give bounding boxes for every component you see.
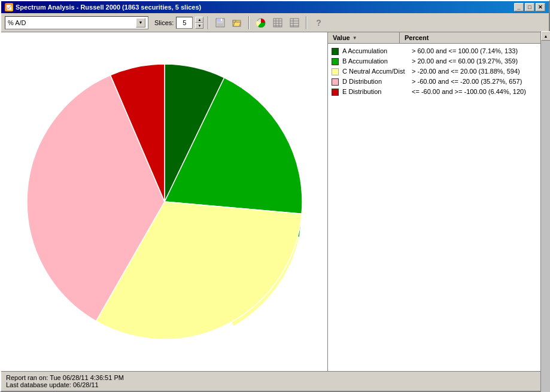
color-swatch-c [332,68,339,75]
value-col-label: Value [333,34,350,41]
list-item: B Accumulation > 20.00 and <= 60.00 (19.… [328,56,549,66]
open-button[interactable] [230,16,244,30]
scroll-track[interactable] [541,41,549,371]
legend-value-e: <= -60.00 and >= -100.00 (6.44%, 120) [412,88,545,95]
separator-3 [306,16,307,29]
list-item: C Neutral Accum/Dist > -20.00 and <= 20.… [328,66,549,77]
sort-arrow-icon: ▼ [353,35,357,41]
svg-rect-2 [217,23,223,26]
svg-marker-6 [233,22,241,26]
legend-header: Value ▼ Percent [328,32,549,44]
right-panel: Value ▼ Percent A Accumulation > 60.00 a… [327,32,549,371]
title-bar: 📈 Spectrum Analysis - Russell 2000 (1863… [1,1,549,13]
list-item: E Distribution <= -60.00 and >= -100.00 … [328,87,549,97]
analysis-dropdown[interactable]: % A/D ▼ [5,16,148,29]
pie-svg [18,55,311,348]
open-icon [232,18,242,28]
list-item: D Distribution > -60.00 and <= -20.00 (3… [328,77,549,87]
main-window: 📈 Spectrum Analysis - Russell 2000 (1863… [0,0,550,392]
list-icon [290,18,299,28]
pie-chart-button[interactable] [254,16,268,30]
grid-icon [273,18,282,28]
percent-col-label: Percent [405,34,429,41]
title-buttons: _ □ ✕ [514,3,545,11]
color-swatch-a [332,48,339,55]
close-button[interactable]: ✕ [536,3,545,11]
color-swatch-e [332,89,339,96]
scrollbar: ▲ ▼ [540,32,549,371]
spin-down-button[interactable]: ▼ [195,23,203,29]
list-view-button[interactable] [287,16,302,30]
chart-area [1,32,327,371]
slices-label: Slices: [154,19,174,26]
legend-value-header[interactable]: Value ▼ [328,32,400,43]
toolbar: % A/D ▼ Slices: ▲ ▼ [1,13,549,32]
minimize-button[interactable]: _ [514,3,524,11]
list-item: A Accumulation > 60.00 and <= 100.00 (7.… [328,46,549,56]
pie-chart-icon [256,18,266,28]
separator-1 [208,16,209,29]
status-bar: Report ran on: Tue 06/28/11 4:36:51 PM L… [1,371,549,391]
color-swatch-b [332,58,339,65]
slices-spinner: ▲ ▼ [195,17,203,29]
save-icon [215,18,225,28]
legend-value-d: > -60.00 and <= -20.00 (35.27%, 657) [412,78,545,85]
pie-segments-group [27,64,302,339]
content-area: Value ▼ Percent A Accumulation > 60.00 a… [1,32,549,371]
maximize-button[interactable]: □ [525,3,534,11]
legend-value-b: > 20.00 and <= 60.00 (19.27%, 359) [412,57,545,65]
legend-label-c: C Neutral Accum/Dist [342,68,408,75]
legend-value-c: > -20.00 and <= 20.00 (31.88%, 594) [412,68,545,75]
window-title: Spectrum Analysis - Russell 2000 (1863 s… [16,4,201,11]
pie-chart [18,55,311,348]
status-line-2: Last database update: 06/28/11 [6,381,544,388]
slices-input[interactable] [176,17,193,29]
legend-percent-header[interactable]: Percent [400,32,549,43]
legend-label-a: A Accumulation [342,47,408,54]
app-icon: 📈 [5,3,13,11]
legend-panel: Value ▼ Percent A Accumulation > 60.00 a… [327,32,549,371]
legend-label-b: B Accumulation [342,57,408,65]
grid-view-button[interactable] [271,16,285,30]
color-swatch-d [332,78,339,86]
save-button[interactable] [213,16,227,30]
separator-2 [248,16,250,29]
spin-up-button[interactable]: ▲ [195,17,203,23]
status-line-1: Report ran on: Tue 06/28/11 4:36:51 PM [6,374,544,381]
scroll-up-button[interactable]: ▲ [541,32,549,41]
legend-label-e: E Distribution [342,88,408,95]
dropdown-value: % A/D [8,19,26,26]
help-button[interactable]: ? [311,16,326,30]
dropdown-arrow-icon[interactable]: ▼ [136,18,145,28]
svg-rect-3 [221,19,222,21]
legend-rows: A Accumulation > 60.00 and <= 100.00 (7.… [328,44,549,99]
legend-value-a: > 60.00 and <= 100.00 (7.14%, 133) [412,47,545,54]
legend-label-d: D Distribution [342,78,408,85]
title-bar-left: 📈 Spectrum Analysis - Russell 2000 (1863… [5,3,201,11]
